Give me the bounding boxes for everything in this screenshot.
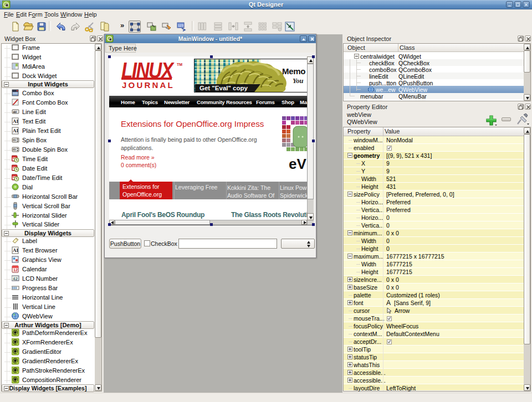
svg-text:AI: AI — [13, 128, 18, 133]
svg-text:AI: AI — [13, 118, 18, 124]
svg-text:abl: abl — [13, 111, 17, 114]
svg-text:12: 12 — [13, 268, 18, 272]
svg-text:AI: AI — [13, 248, 18, 253]
svg-text:123: 123 — [178, 24, 184, 27]
svg-text:42: 42 — [13, 277, 18, 281]
svg-text:89: 89 — [13, 148, 16, 151]
svg-text:89: 89 — [13, 138, 16, 142]
